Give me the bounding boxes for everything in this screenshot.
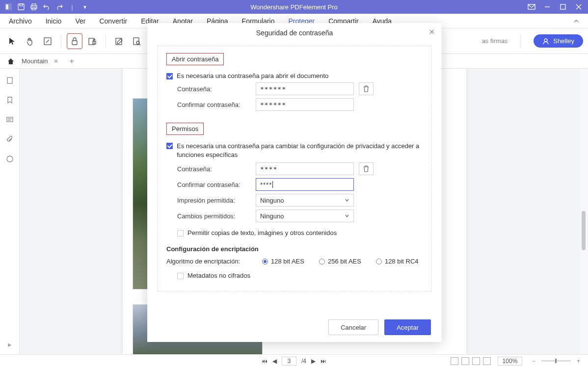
open-confirm-label: Confirmar contraseña: (177, 101, 256, 108)
require-open-password-label: Es necesaria una contraseña para abrir e… (177, 72, 328, 79)
two-continuous-view-icon[interactable] (483, 357, 491, 365)
thumbnails-icon[interactable] (5, 76, 15, 85)
maximize-icon[interactable] (559, 2, 567, 11)
perm-confirm-label: Confirmar contraseña: (177, 181, 256, 188)
bookmarks-icon[interactable] (5, 95, 15, 105)
zoom-in-icon[interactable]: + (574, 358, 583, 365)
document-tab-label: Mountain (22, 57, 48, 65)
app-titlebar: | ▼ Wondershare PDFelement Pro (0, 0, 588, 14)
status-bar: ⏮ ◀ 3 /4 ▶ ⏭ 100% − + (0, 354, 588, 367)
algo-128rc4-radio[interactable]: 128 bit RC4 (376, 258, 419, 265)
menu-ver[interactable]: Ver (75, 17, 85, 25)
require-permissions-password-label: Es necesaria una contraseña para cambiar… (177, 142, 423, 159)
allow-copy-checkbox[interactable] (177, 230, 184, 236)
continuous-view-icon[interactable] (461, 357, 469, 365)
dialog-title: Seguridad de contraseña ✕ (147, 23, 442, 43)
zoom-out-icon[interactable]: − (529, 358, 538, 365)
vertical-scrollbar[interactable] (580, 69, 588, 354)
search-panel-icon[interactable] (5, 154, 15, 164)
svg-rect-1 (6, 4, 8, 9)
qat-dropdown-icon[interactable]: ▼ (80, 2, 89, 11)
svg-rect-13 (72, 41, 77, 45)
select-tool-icon[interactable] (5, 34, 20, 49)
require-permissions-password-checkbox[interactable] (166, 143, 173, 149)
edit-tool-icon[interactable] (40, 34, 55, 49)
open-password-label: Contraseña: (177, 85, 256, 93)
password-security-dialog: Seguridad de contraseña ✕ Abrir contrase… (147, 23, 442, 342)
expand-panel-icon[interactable]: ▶ (5, 340, 15, 349)
menu-convertir[interactable]: Convertir (99, 17, 127, 25)
collapse-ribbon-icon[interactable] (573, 18, 579, 24)
zoom-level-input[interactable]: 100% (498, 357, 522, 366)
encryption-algo-label: Algoritmo de encriptación: (166, 258, 247, 265)
encryption-heading: Configuración de encriptación (166, 245, 423, 253)
signatures-label: as firmas (482, 37, 508, 45)
scrollbar-thumb[interactable] (582, 211, 586, 250)
svg-rect-6 (32, 8, 36, 10)
svg-rect-3 (20, 4, 23, 6)
page-number-input[interactable]: 3 (282, 357, 296, 366)
open-password-input[interactable]: ****** (256, 82, 354, 95)
last-page-icon[interactable]: ⏭ (321, 358, 326, 365)
next-page-icon[interactable]: ▶ (311, 358, 316, 365)
lock-password-icon[interactable] (67, 34, 82, 49)
user-icon (542, 38, 549, 45)
menu-archivo[interactable]: Archivo (9, 17, 32, 25)
perm-confirm-input[interactable]: **** (256, 178, 354, 191)
require-open-password-checkbox[interactable] (166, 73, 173, 79)
accept-button[interactable]: Aceptar (384, 319, 431, 335)
home-icon[interactable] (5, 57, 17, 65)
redo-icon[interactable] (55, 2, 64, 11)
changes-allowed-label: Cambios permitidos: (177, 212, 256, 220)
permissions-heading: Permisos (166, 123, 204, 135)
open-confirm-input[interactable]: ****** (256, 98, 354, 111)
chevron-down-icon (345, 198, 349, 203)
close-window-icon[interactable] (574, 2, 583, 11)
zoom-slider[interactable] (541, 360, 571, 362)
cancel-button[interactable]: Cancelar (328, 319, 378, 335)
unencrypted-metadata-checkbox[interactable] (177, 273, 184, 279)
first-page-icon[interactable]: ⏮ (262, 358, 267, 365)
undo-icon[interactable] (42, 2, 51, 11)
app-logo-icon (4, 2, 13, 11)
attachments-icon[interactable] (5, 134, 15, 144)
single-page-view-icon[interactable] (451, 357, 458, 365)
svg-point-25 (7, 156, 13, 162)
svg-rect-22 (7, 117, 13, 122)
mail-icon[interactable] (527, 2, 536, 11)
print-allowed-select[interactable]: Ninguno (256, 194, 354, 207)
two-page-view-icon[interactable] (472, 357, 480, 365)
changes-allowed-select[interactable]: Ninguno (256, 210, 354, 222)
svg-rect-9 (561, 4, 565, 9)
hand-tool-icon[interactable] (23, 34, 37, 49)
close-dialog-icon[interactable]: ✕ (429, 28, 435, 36)
prev-page-icon[interactable]: ◀ (272, 358, 277, 365)
close-tab-icon[interactable]: ✕ (53, 58, 58, 65)
unencrypted-metadata-label: Metadatos no cifrados (187, 272, 250, 279)
save-icon[interactable] (17, 2, 26, 11)
sign-tool-icon[interactable] (112, 34, 127, 49)
new-tab-icon[interactable]: + (65, 57, 78, 66)
search-doc-icon[interactable] (130, 34, 144, 49)
minimize-icon[interactable] (543, 2, 552, 11)
clear-open-password-icon[interactable] (359, 82, 374, 95)
unlock-icon[interactable] (85, 34, 100, 49)
page-total-label: /4 (301, 358, 306, 365)
user-name-label: Shelley (553, 37, 574, 45)
svg-rect-21 (7, 78, 12, 83)
menu-inicio[interactable]: Inicio (46, 17, 62, 25)
svg-rect-2 (18, 4, 24, 10)
print-icon[interactable] (29, 2, 38, 11)
document-tab[interactable]: Mountain ✕ (17, 54, 65, 68)
print-allowed-label: Impresión permitida: (177, 197, 256, 204)
open-password-heading: Abrir contraseña (166, 53, 224, 65)
algo-256aes-radio[interactable]: 256 bit AES (319, 258, 361, 265)
clear-perm-password-icon[interactable] (359, 162, 374, 175)
perm-password-label: Contraseña: (177, 165, 256, 173)
allow-copy-label: Permitir copias de texto, imágines y otr… (187, 229, 337, 236)
perm-password-input[interactable]: **** (256, 162, 354, 175)
user-account-button[interactable]: Shelley (534, 34, 583, 48)
svg-point-20 (544, 39, 547, 42)
comments-icon[interactable] (5, 115, 15, 125)
algo-128aes-radio[interactable]: 128 bit AES (262, 258, 304, 265)
